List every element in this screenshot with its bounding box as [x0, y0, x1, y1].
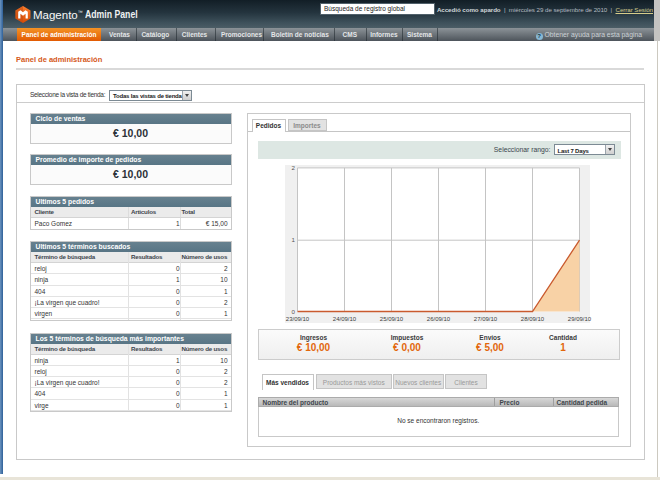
svg-text:27/09/10: 27/09/10 [474, 315, 498, 321]
svg-text:0: 0 [292, 307, 296, 314]
svg-text:28/09/10: 28/09/10 [521, 315, 545, 321]
svg-text:26/09/10: 26/09/10 [427, 315, 451, 321]
svg-text:25/09/10: 25/09/10 [380, 315, 404, 321]
svg-text:23/09/10: 23/09/10 [286, 315, 310, 321]
svg-text:2: 2 [292, 164, 296, 171]
svg-text:24/09/10: 24/09/10 [333, 315, 357, 321]
svg-text:1: 1 [292, 236, 296, 243]
svg-text:29/09/10: 29/09/10 [568, 315, 592, 321]
